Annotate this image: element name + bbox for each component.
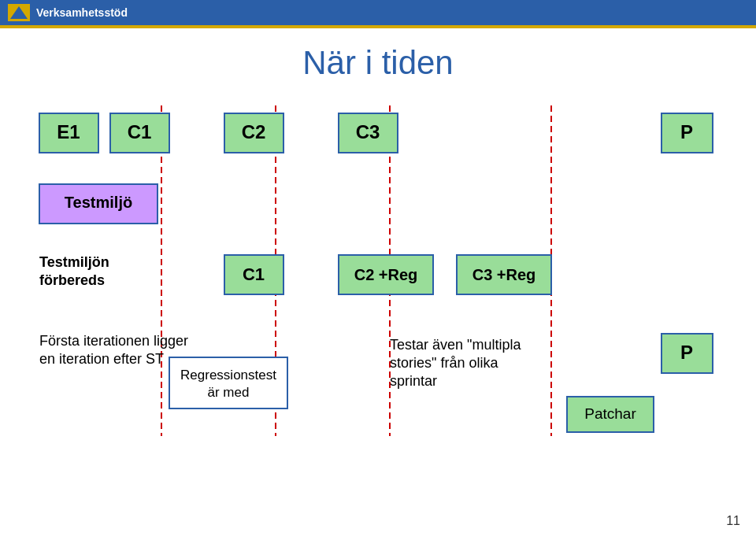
header-title: Verksamhetsstöd bbox=[36, 6, 128, 19]
svg-rect-28 bbox=[169, 357, 287, 408]
svg-text:C2: C2 bbox=[242, 121, 266, 142]
svg-text:C1: C1 bbox=[243, 264, 265, 284]
page-number: 11 bbox=[726, 514, 740, 528]
svg-text:Patchar: Patchar bbox=[584, 405, 636, 422]
svg-text:C1: C1 bbox=[128, 121, 152, 142]
svg-text:Testmiljön: Testmiljön bbox=[39, 254, 109, 270]
diagram: E1 C1 C2 C3 P Testmiljö Testmiljön förbe… bbox=[32, 105, 724, 439]
svg-text:Första iterationen ligger: Första iterationen ligger bbox=[39, 333, 188, 349]
main-content: När i tiden E1 C1 C2 C3 bbox=[0, 28, 756, 455]
svg-text:Regressionstest: Regressionstest bbox=[180, 368, 276, 383]
page-title: När i tiden bbox=[32, 44, 724, 82]
svg-text:C2 +Reg: C2 +Reg bbox=[354, 266, 418, 283]
svg-text:Testar även "multipla: Testar även "multipla bbox=[390, 337, 521, 353]
svg-text:sprintar: sprintar bbox=[390, 373, 437, 389]
svg-text:C3: C3 bbox=[356, 121, 380, 142]
svg-text:E1: E1 bbox=[57, 121, 80, 142]
svg-text:en iteration efter ST: en iteration efter ST bbox=[39, 351, 164, 367]
svg-text:är med: är med bbox=[208, 385, 250, 400]
svg-text:Testmiljö: Testmiljö bbox=[65, 194, 132, 211]
svg-text:stories" från olika: stories" från olika bbox=[390, 355, 498, 371]
svg-text:P: P bbox=[680, 342, 693, 363]
svg-text:förbereds: förbereds bbox=[39, 272, 105, 288]
svg-text:C3 +Reg: C3 +Reg bbox=[472, 266, 536, 283]
header: Verksamhetsstöd bbox=[0, 0, 756, 25]
svg-text:P: P bbox=[680, 121, 693, 142]
header-logo bbox=[8, 4, 30, 21]
